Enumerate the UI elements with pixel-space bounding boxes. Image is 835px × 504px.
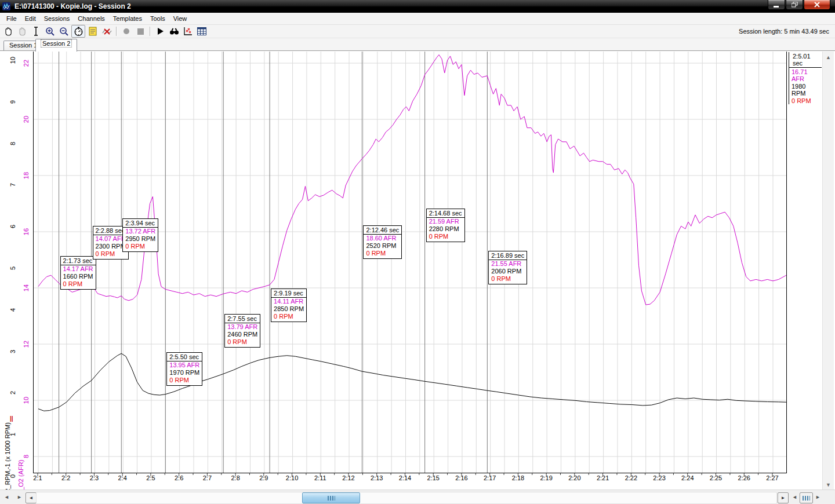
chart-content: 012345678910810121416182022 LM_2_RPM,-1 …	[0, 50, 835, 490]
scroll-up-icon[interactable]: ▲	[824, 53, 833, 61]
close-button[interactable]	[804, 0, 830, 10]
annotation-rpm: 1970 RPM	[167, 369, 202, 377]
annotation-box[interactable]: 2:16.89 sec21.55 AFR2060 RPM0 RPM	[488, 251, 527, 284]
pan-left-icon[interactable]: ◄	[792, 494, 797, 500]
annotation-box[interactable]: 2:12.46 sec18.60 AFR2520 RPM0 RPM	[363, 225, 402, 259]
restore-button[interactable]	[786, 0, 803, 10]
annotation-box[interactable]: 2:1.73 sec14.17 AFR1660 RPM0 RPM	[60, 256, 96, 290]
annotation-time: 2:9.19 sec	[271, 289, 306, 298]
rpm-axis-title: LM_2_RPM,-1 (x 1000 RPM)	[4, 417, 11, 490]
pan-right-icon[interactable]: ►	[815, 494, 821, 500]
annotation-rpm2: 0 RPM	[225, 338, 260, 347]
menu-bar: FileEditSessionsChannelsTemplatesToolsVi…	[0, 13, 835, 25]
afr-tick-label: 10	[23, 393, 30, 407]
scatter-plot-icon[interactable]	[181, 25, 194, 37]
menu-item-tools[interactable]: Tools	[146, 13, 169, 24]
rpm-tick-label: 6	[9, 220, 16, 233]
annotation-box[interactable]: 2:3.94 sec13.72 AFR2950 RPM0 RPM	[122, 218, 158, 252]
annotation-time: 2:5.50 sec	[167, 353, 202, 361]
toolbar-separator	[116, 27, 117, 36]
annotation-afr: 13.95 AFR	[167, 361, 202, 369]
annotation-rpm2: 0 RPM	[167, 377, 202, 385]
menu-item-view[interactable]: View	[169, 13, 191, 24]
annotation-rpm2: 0 RPM	[123, 243, 158, 251]
pan-hand-disabled-icon	[16, 25, 28, 37]
annotation-afr: 14.17 AFR	[61, 265, 96, 273]
annotation-box[interactable]: 2:9.19 sec14.11 AFR2850 RPM0 RPM	[271, 288, 307, 322]
thumb-grip-icon	[328, 496, 335, 501]
annotation-afr: 21.55 AFR	[489, 260, 527, 268]
window-title: E:\07141300 - Kopie.log - Session 2	[14, 2, 131, 10]
rpm-tick-label: 3	[9, 345, 16, 359]
annotation-afr: 18.60 AFR	[364, 235, 401, 242]
horizontal-scrollbar-thumb[interactable]	[302, 492, 360, 503]
annotation-time: 2:14.68 sec	[427, 209, 464, 218]
rpm-tick-label: 9	[9, 95, 16, 109]
step-left-icon[interactable]: ◄	[4, 494, 9, 500]
plot-area[interactable]	[33, 52, 787, 473]
zoom-grip-icon	[803, 496, 810, 501]
zoom-grip-button[interactable]	[800, 492, 813, 503]
play-icon[interactable]	[154, 25, 166, 37]
rpm-tick-label: 8	[9, 137, 16, 151]
scroll-left-button[interactable]: ◄	[26, 492, 37, 503]
annotation-rpm2: 0 RPM	[271, 313, 306, 322]
annotation-rpm2: 0 RPM	[364, 250, 401, 258]
annotation-time: 2:1.73 sec	[61, 257, 96, 265]
scroll-right-button[interactable]: ►	[778, 492, 789, 503]
annotation-rpm2: 0 RPM	[61, 280, 96, 289]
minimize-button[interactable]	[768, 0, 785, 10]
annotation-box[interactable]: 2:14.68 sec21.59 AFR2280 RPM0 RPM	[426, 209, 465, 242]
menu-item-templates[interactable]: Templates	[109, 13, 146, 24]
notes-icon[interactable]	[86, 25, 99, 37]
annotation-time: 2:3.94 sec	[123, 219, 158, 228]
vertical-scrollbar[interactable]: ▲ ▼	[822, 52, 834, 490]
scroll-down-icon[interactable]: ▼	[824, 480, 833, 489]
annotation-afr: 13.79 AFR	[225, 323, 260, 331]
annotation-rpm: 2850 RPM	[271, 305, 306, 313]
bottom-bar: ◄ ► ◄ ► ◄ ►	[0, 490, 835, 504]
toolbar: Session length: 5 min 43.49 sec	[0, 25, 835, 38]
horizontal-scrollbar-track[interactable]	[36, 492, 777, 504]
rpm-tick-label: 5	[9, 261, 16, 275]
cursor-readout: 2:5.01 sec 16.71 AFR 1980 RPM 0 RPM	[789, 52, 822, 104]
stopwatch-cursor-icon[interactable]	[71, 25, 85, 38]
stop-icon	[134, 25, 147, 37]
zoom-out-icon[interactable]	[57, 25, 70, 37]
record-icon	[120, 25, 133, 37]
afr-tick-label: 16	[23, 225, 30, 239]
ibeam-cursor-icon[interactable]	[30, 25, 42, 37]
titlebar: E:\07141300 - Kopie.log - Session 2	[0, 0, 835, 13]
afr-axis-title: LM_2_O2 (AFR)	[17, 456, 24, 490]
cursor-time: 2:5.01 sec	[789, 52, 822, 68]
tab-session-2[interactable]: Session 2	[35, 39, 77, 52]
annotation-rpm: 1660 RPM	[61, 273, 96, 280]
app-icon	[2, 2, 12, 11]
cursor-afr: 16.71 AFR	[789, 68, 822, 82]
rpm-axis-marker: ||	[10, 415, 13, 422]
rpm-tick-label: 2	[9, 386, 16, 400]
menu-item-file[interactable]: File	[2, 13, 21, 24]
annotation-rpm: 2950 RPM	[123, 235, 158, 243]
step-right-icon[interactable]: ►	[17, 494, 22, 500]
annotation-rpm2: 0 RPM	[427, 233, 464, 242]
annotation-rpm2: 0 RPM	[489, 275, 527, 284]
pan-hand-icon[interactable]	[2, 25, 14, 37]
afr-tick-label: 14	[23, 281, 30, 295]
annotation-box[interactable]: 2:5.50 sec13.95 AFR1970 RPM0 RPM	[166, 352, 202, 386]
find-icon[interactable]	[168, 25, 180, 37]
annotation-box[interactable]: 2:7.55 sec13.79 AFR2460 RPM0 RPM	[224, 314, 260, 348]
menu-item-edit[interactable]: Edit	[21, 13, 40, 24]
cursor-rpm2: 0 RPM	[789, 97, 822, 104]
zoom-in-icon[interactable]	[43, 25, 56, 37]
application-window: E:\07141300 - Kopie.log - Session 2 File…	[0, 0, 835, 504]
rpm-tick-label: 10	[9, 53, 16, 67]
annotation-rpm: 2280 RPM	[427, 225, 464, 233]
x-axis-ticks	[33, 473, 786, 477]
hide-cursor-icon[interactable]	[100, 25, 113, 37]
menu-item-sessions[interactable]: Sessions	[40, 13, 74, 24]
menu-item-channels[interactable]: Channels	[74, 13, 108, 24]
afr-tick-label: 22	[23, 56, 30, 70]
annotation-time: 2:16.89 sec	[489, 251, 527, 260]
table-view-icon[interactable]	[195, 25, 208, 37]
